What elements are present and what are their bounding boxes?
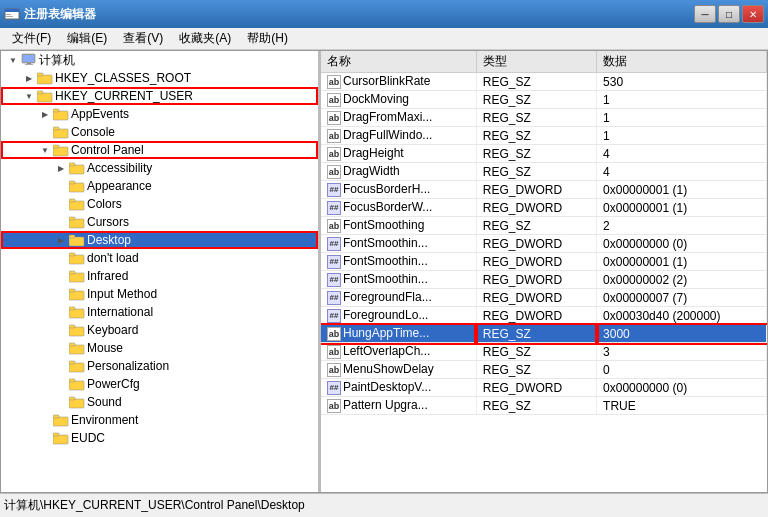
svg-rect-32 (69, 291, 84, 300)
tree-item-international[interactable]: International (1, 303, 318, 321)
folder-icon (69, 359, 85, 373)
tree-item-infrared[interactable]: Infrared (1, 267, 318, 285)
tree-item-inputmethod[interactable]: Input Method (1, 285, 318, 303)
right-panel[interactable]: 名称类型数据 abCursorBlinkRateREG_SZ530abDockM… (321, 51, 767, 492)
tree-item-label: Infrared (87, 269, 128, 283)
table-row[interactable]: ##FocusBorderH...REG_DWORD0x00000001 (1) (321, 181, 767, 199)
table-row[interactable]: abDragFullWindo...REG_SZ1 (321, 127, 767, 145)
table-row[interactable]: ##PaintDesktopV...REG_DWORD0x00000000 (0… (321, 379, 767, 397)
expand-icon[interactable]: ▶ (37, 106, 53, 122)
svg-rect-31 (69, 271, 75, 274)
registry-name-text: ForegroundLo... (343, 308, 428, 322)
tree-item-hkcu[interactable]: ▼ HKEY_CURRENT_USER (1, 87, 318, 105)
table-row[interactable]: ##FocusBorderW...REG_DWORD0x00000001 (1) (321, 199, 767, 217)
tree-item-colors[interactable]: Colors (1, 195, 318, 213)
folder-icon (53, 107, 69, 121)
close-button[interactable]: ✕ (742, 5, 764, 23)
tree-item-eudc[interactable]: EUDC (1, 429, 318, 447)
string-value-icon: ab (327, 147, 341, 161)
table-row[interactable]: abDragFromMaxi...REG_SZ1 (321, 109, 767, 127)
table-row[interactable]: ##FontSmoothin...REG_DWORD0x00000001 (1) (321, 253, 767, 271)
table-row[interactable]: ##ForegroundLo...REG_DWORD0x00030d40 (20… (321, 307, 767, 325)
registry-data: 1 (597, 127, 767, 145)
maximize-button[interactable]: □ (718, 5, 740, 23)
registry-name: ##FontSmoothin... (321, 235, 476, 253)
svg-rect-22 (69, 201, 84, 210)
registry-name: abDragFullWindo... (321, 127, 476, 145)
expand-icon[interactable]: ▶ (21, 70, 37, 86)
tree-item-controlpanel[interactable]: ▼ Control Panel (1, 141, 318, 159)
menu-item[interactable]: 文件(F) (4, 28, 59, 49)
tree-item-label: EUDC (71, 431, 105, 445)
expand-icon (53, 214, 69, 230)
table-row[interactable]: abCursorBlinkRateREG_SZ530 (321, 73, 767, 91)
tree-item-computer[interactable]: ▼ 计算机 (1, 51, 318, 69)
expand-icon[interactable]: ▼ (37, 142, 53, 158)
expand-icon[interactable]: ▶ (53, 160, 69, 176)
expand-icon[interactable]: ▼ (21, 88, 37, 104)
svg-rect-36 (69, 327, 84, 336)
expand-icon[interactable]: ▶ (53, 232, 69, 248)
table-row[interactable]: abDragWidthREG_SZ4 (321, 163, 767, 181)
svg-rect-37 (69, 325, 75, 328)
dword-value-icon: ## (327, 201, 341, 215)
table-row[interactable]: abHungAppTime...REG_SZ3000 (321, 325, 767, 343)
table-row[interactable]: abPattern Upgra...REG_SZTRUE (321, 397, 767, 415)
svg-rect-6 (27, 63, 31, 64)
registry-name-text: DragWidth (343, 164, 400, 178)
table-row[interactable]: abDragHeightREG_SZ4 (321, 145, 767, 163)
registry-name: abPattern Upgra... (321, 397, 476, 415)
registry-name-text: FontSmoothin... (343, 236, 428, 250)
folder-icon (69, 197, 85, 211)
folder-icon (69, 179, 85, 193)
window-controls: ─ □ ✕ (694, 5, 764, 23)
tree-item-mouse[interactable]: Mouse (1, 339, 318, 357)
window-title: 注册表编辑器 (24, 6, 694, 23)
string-value-icon: ab (327, 111, 341, 125)
menu-item[interactable]: 查看(V) (115, 28, 171, 49)
tree-item-sound[interactable]: Sound (1, 393, 318, 411)
registry-type: REG_SZ (476, 91, 596, 109)
menu-item[interactable]: 帮助(H) (239, 28, 296, 49)
table-row[interactable]: abDockMovingREG_SZ1 (321, 91, 767, 109)
expand-icon[interactable]: ▼ (5, 52, 21, 68)
svg-rect-5 (23, 55, 34, 62)
tree-item-console[interactable]: Console (1, 123, 318, 141)
expand-icon (53, 286, 69, 302)
registry-name-text: CursorBlinkRate (343, 74, 430, 88)
tree-item-personalization[interactable]: Personalization (1, 357, 318, 375)
table-header: 类型 (476, 51, 596, 73)
folder-icon (69, 269, 85, 283)
tree-panel[interactable]: ▼ 计算机▶ HKEY_CLASSES_ROOT▼ HKEY_CURRENT_U… (1, 51, 321, 492)
tree-item-cursors[interactable]: Cursors (1, 213, 318, 231)
tree-item-appearance[interactable]: Appearance (1, 177, 318, 195)
registry-data: 2 (597, 217, 767, 235)
svg-rect-48 (53, 435, 68, 444)
tree-item-powercfg[interactable]: PowerCfg (1, 375, 318, 393)
folder-icon (53, 125, 69, 139)
table-row[interactable]: ##FontSmoothin...REG_DWORD0x00000000 (0) (321, 235, 767, 253)
tree-item-environment[interactable]: Environment (1, 411, 318, 429)
string-value-icon: ab (327, 129, 341, 143)
menu-item[interactable]: 收藏夹(A) (171, 28, 239, 49)
table-row[interactable]: abFontSmoothingREG_SZ2 (321, 217, 767, 235)
folder-icon (37, 89, 53, 103)
tree-item-hkcr[interactable]: ▶ HKEY_CLASSES_ROOT (1, 69, 318, 87)
tree-item-dontload[interactable]: don't load (1, 249, 318, 267)
table-row[interactable]: abMenuShowDelayREG_SZ0 (321, 361, 767, 379)
menu-item[interactable]: 编辑(E) (59, 28, 115, 49)
tree-item-desktop[interactable]: ▶ Desktop (1, 231, 318, 249)
tree-item-label: Colors (87, 197, 122, 211)
table-row[interactable]: ##ForegroundFla...REG_DWORD0x00000007 (7… (321, 289, 767, 307)
tree-item-accessibility[interactable]: ▶ Accessibility (1, 159, 318, 177)
tree-item-label: Desktop (87, 233, 131, 247)
tree-item-keyboard[interactable]: Keyboard (1, 321, 318, 339)
expand-icon (53, 178, 69, 194)
tree-item-appevents[interactable]: ▶ AppEvents (1, 105, 318, 123)
registry-data: 0x00000001 (1) (597, 181, 767, 199)
table-row[interactable]: abLeftOverlapCh...REG_SZ3 (321, 343, 767, 361)
registry-type: REG_SZ (476, 325, 596, 343)
table-row[interactable]: ##FontSmoothin...REG_DWORD0x00000002 (2) (321, 271, 767, 289)
registry-name: abDragWidth (321, 163, 476, 181)
minimize-button[interactable]: ─ (694, 5, 716, 23)
